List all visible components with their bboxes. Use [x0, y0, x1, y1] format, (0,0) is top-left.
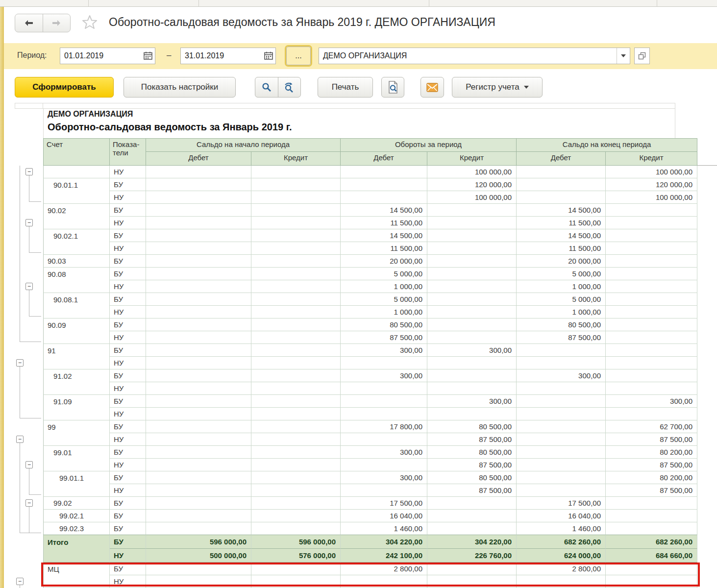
indicator-cell[interactable]: БУ [110, 293, 146, 306]
amount-cell[interactable] [517, 382, 606, 395]
amount-cell[interactable] [606, 217, 697, 229]
amount-cell[interactable] [517, 395, 606, 408]
amount-cell[interactable] [146, 446, 251, 459]
amount-cell[interactable]: 596 000,00 [146, 535, 251, 549]
amount-cell[interactable] [251, 293, 341, 306]
amount-cell[interactable] [606, 382, 697, 395]
amount-cell[interactable]: 120 000,00 [427, 178, 517, 191]
indicator-cell[interactable]: БУ [110, 563, 146, 575]
amount-cell[interactable]: 11 500,00 [341, 242, 427, 255]
amount-cell[interactable] [251, 497, 341, 510]
tree-expander[interactable]: − [16, 359, 24, 367]
forward-button[interactable] [43, 14, 71, 32]
amount-cell[interactable]: 11 500,00 [517, 242, 606, 255]
amount-cell[interactable] [517, 484, 606, 497]
amount-cell[interactable] [251, 471, 341, 484]
amount-cell[interactable] [427, 369, 517, 382]
account-cell[interactable] [43, 191, 110, 204]
indicator-cell[interactable]: НУ [110, 382, 146, 395]
account-cell[interactable]: Итого [43, 535, 110, 549]
amount-cell[interactable] [146, 357, 251, 369]
amount-cell[interactable] [251, 420, 341, 433]
amount-cell[interactable]: 14 500,00 [341, 204, 427, 217]
amount-cell[interactable]: 5 000,00 [341, 268, 427, 280]
indicator-cell[interactable]: НУ [110, 484, 146, 497]
account-cell[interactable] [43, 382, 110, 395]
amount-cell[interactable]: 11 500,00 [517, 217, 606, 229]
amount-cell[interactable]: 80 500,00 [427, 446, 517, 459]
amount-cell[interactable]: 62 700,00 [606, 420, 697, 433]
amount-cell[interactable] [146, 484, 251, 497]
account-cell[interactable]: МЦ [43, 563, 110, 575]
account-cell[interactable] [43, 357, 110, 369]
amount-cell[interactable] [427, 510, 517, 522]
amount-cell[interactable] [606, 242, 697, 255]
account-cell[interactable]: 99.02.3 [43, 522, 110, 535]
amount-cell[interactable] [146, 420, 251, 433]
organization-choose-button[interactable] [634, 48, 650, 64]
amount-cell[interactable] [251, 331, 341, 344]
amount-cell[interactable] [517, 191, 606, 204]
indicator-cell[interactable]: БУ [110, 471, 146, 484]
account-cell[interactable]: 91.09 [43, 395, 110, 408]
amount-cell[interactable] [146, 382, 251, 395]
generate-button[interactable]: Сформировать [15, 77, 114, 98]
amount-cell[interactable] [427, 563, 517, 575]
account-cell[interactable] [43, 575, 110, 588]
account-cell[interactable]: 90.01.1 [43, 178, 110, 191]
amount-cell[interactable]: 14 500,00 [517, 229, 606, 242]
amount-cell[interactable] [606, 268, 697, 280]
amount-cell[interactable] [146, 408, 251, 420]
amount-cell[interactable] [517, 420, 606, 433]
amount-cell[interactable] [517, 344, 606, 357]
amount-cell[interactable] [427, 268, 517, 280]
amount-cell[interactable] [251, 178, 341, 191]
tree-expander[interactable]: − [25, 219, 33, 226]
amount-cell[interactable] [341, 191, 427, 204]
indicator-cell[interactable]: БУ [110, 535, 146, 549]
amount-cell[interactable]: 500 000,00 [146, 549, 251, 563]
amount-cell[interactable] [606, 522, 697, 535]
amount-cell[interactable] [251, 344, 341, 357]
amount-cell[interactable]: 87 500,00 [427, 459, 517, 471]
amount-cell[interactable]: 87 500,00 [341, 331, 427, 344]
amount-cell[interactable] [427, 318, 517, 331]
amount-cell[interactable] [341, 433, 427, 446]
amount-cell[interactable] [606, 331, 697, 344]
amount-cell[interactable] [606, 318, 697, 331]
favorite-button[interactable] [81, 14, 98, 33]
organization-dropdown-zone[interactable] [617, 48, 630, 64]
amount-cell[interactable]: 80 500,00 [517, 318, 606, 331]
amount-cell[interactable] [251, 484, 341, 497]
tree-expander[interactable]: − [16, 436, 24, 443]
indicator-cell[interactable]: БУ [110, 204, 146, 217]
amount-cell[interactable]: 87 500,00 [427, 433, 517, 446]
amount-cell[interactable] [517, 166, 606, 178]
amount-cell[interactable] [606, 369, 697, 382]
amount-cell[interactable] [146, 217, 251, 229]
indicator-cell[interactable]: НУ [110, 433, 146, 446]
account-cell[interactable]: 91 [43, 344, 110, 357]
amount-cell[interactable] [146, 344, 251, 357]
amount-cell[interactable] [606, 255, 697, 268]
amount-cell[interactable] [606, 293, 697, 306]
amount-cell[interactable] [517, 575, 606, 588]
indicator-cell[interactable]: БУ [110, 522, 146, 535]
amount-cell[interactable] [427, 497, 517, 510]
amount-cell[interactable] [341, 357, 427, 369]
amount-cell[interactable] [146, 522, 251, 535]
date-to-input[interactable] [180, 48, 276, 64]
amount-cell[interactable] [606, 497, 697, 510]
amount-cell[interactable] [341, 382, 427, 395]
account-cell[interactable] [43, 280, 110, 293]
amount-cell[interactable] [146, 433, 251, 446]
amount-cell[interactable]: 1 460,00 [517, 522, 606, 535]
amount-cell[interactable] [427, 331, 517, 344]
indicator-cell[interactable]: НУ [110, 306, 146, 318]
indicator-cell[interactable]: НУ [110, 575, 146, 588]
indicator-cell[interactable]: НУ [110, 242, 146, 255]
account-cell[interactable]: 90.02 [43, 204, 110, 217]
amount-cell[interactable] [606, 280, 697, 293]
amount-cell[interactable]: 576 000,00 [251, 549, 341, 563]
amount-cell[interactable] [427, 217, 517, 229]
